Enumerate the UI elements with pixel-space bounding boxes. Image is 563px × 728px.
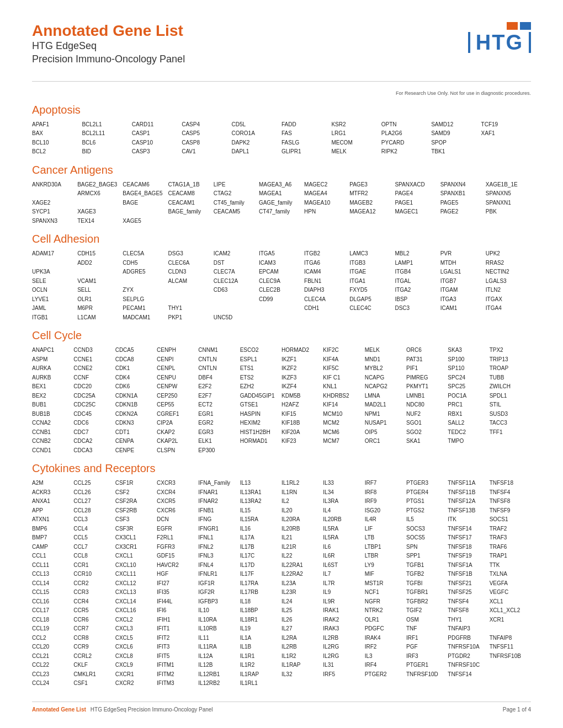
gene-cell: ORC6 [406, 346, 448, 355]
gene-cell: ITGA1 [349, 277, 395, 286]
gene-cell: CXCR3 [157, 479, 198, 488]
gene-cell: SKA1 [406, 437, 448, 446]
gene-cell: LTB [365, 533, 406, 542]
gene-cell: CCL16 [32, 597, 73, 606]
gene-cell: RIPK2 [381, 147, 431, 156]
gene-cell: PVR [440, 249, 486, 258]
gene-cell: GTSE1 [240, 400, 282, 409]
gene-cell: MELK [365, 346, 406, 355]
gene-cell: IL19 [240, 624, 282, 633]
gene-cell: CDC25C [73, 400, 115, 409]
gene-cell: RBX1 [448, 410, 489, 419]
gene-cell: DST [214, 259, 259, 267]
gene-cell: ITGAE [349, 267, 395, 276]
gene-cell: CCNB2 [32, 437, 73, 446]
gene-cell: IL2 [282, 497, 323, 506]
gene-cell: SUSD3 [490, 410, 531, 419]
gene-cell: BAGE2_BAGE3 [77, 180, 123, 189]
gene-cell: CDC45 [73, 410, 115, 419]
gene-cell: MCM10 [323, 410, 364, 419]
gene-cell: EP300 [198, 446, 240, 455]
gene-cell: SOCS1 [490, 515, 531, 524]
gene-cell: IL12B [198, 661, 240, 670]
gene-cell: KIF18B [282, 419, 323, 427]
gene-cell [259, 304, 304, 313]
gene-cell: CCR3 [73, 588, 115, 597]
gene-cell: BCL2 [32, 147, 82, 156]
gene-cell: E2F2 [198, 382, 240, 391]
gene-cell: PTGER2 [365, 670, 406, 679]
gene-cell: IL1A [240, 634, 282, 643]
gene-cell: NECTIN2 [486, 267, 531, 276]
gene-cell: IL6ST [323, 561, 364, 570]
gene-cell: TGFB2 [406, 570, 448, 579]
gene-cell: ASPM [32, 355, 73, 364]
gene-cell: IL1RL2 [282, 479, 323, 488]
gene-cell [365, 446, 406, 455]
gene-cell: ETS1 [240, 364, 282, 373]
gene-cell: ESCO2 [240, 346, 282, 355]
gene-cell: JAML [32, 304, 77, 313]
gene-cell: MAGEA3_A6 [259, 180, 304, 189]
gene-cell: CX3CL1 [115, 533, 157, 542]
gene-cell: CCL27 [73, 497, 115, 506]
gene-cell: IL22RA2 [282, 570, 323, 579]
gene-cell: TXLNA [490, 570, 531, 579]
gene-cell: IL13RA2 [240, 497, 282, 506]
gene-cell: ITGA2 [395, 286, 440, 295]
gene-cell: SGO1 [406, 419, 448, 427]
gene-cell: OCLN [32, 286, 77, 295]
gene-cell: CNTLN [198, 364, 240, 373]
gene-cell: SPANXN1 [486, 199, 531, 207]
gene-cell: ITGA6 [304, 259, 349, 267]
gene-cell: IFNL2 [198, 543, 240, 552]
gene-cell: IL5 [406, 515, 448, 524]
gene-cell: SGO2 [406, 428, 448, 437]
gene-cell: MTDH [440, 259, 486, 267]
gene-cell: CCR4 [73, 597, 115, 606]
gene-cell: GADD45GIP1 [240, 392, 282, 400]
gene-cell: XAF1 [481, 129, 531, 138]
gene-cell: IFIT5 [157, 652, 198, 661]
gene-cell: KIF C1 [323, 373, 364, 382]
gene-cell: CXCL9 [115, 661, 157, 670]
gene-cell: MAGEA12 [349, 207, 395, 216]
gene-cell: ZYX [123, 286, 168, 295]
gene-cell: CTAG2 [214, 189, 259, 198]
gene-cell: BCL6 [82, 138, 131, 147]
gene-cell [259, 313, 304, 322]
gene-cell: IL1R2 [240, 661, 282, 670]
gene-cell: ITGA4 [486, 304, 531, 313]
gene-cell: TNFSF8 [448, 606, 489, 615]
gene-cell: CLEC4A [304, 295, 349, 304]
gene-cell: UPK2 [486, 249, 531, 258]
gene-cell: DAPL1 [232, 147, 282, 156]
gene-cell: CDC25A [73, 392, 115, 400]
gene-cell: CENPH [157, 346, 198, 355]
gene-cell: TRAF3 [490, 533, 531, 542]
gene-cell: KNL1 [323, 382, 364, 391]
gene-cell: CEACAM1 [168, 199, 214, 207]
gene-cell: IFNLR1 [198, 570, 240, 579]
gene-cell: IKZF1 [282, 355, 323, 364]
gene-cell: IL7 [323, 570, 364, 579]
gene-cell: CENPI [157, 355, 198, 364]
gene-cell: IFNGR1 [198, 524, 240, 533]
gene-cell: IL22RA1 [282, 561, 323, 570]
gene-cell: CLEC5A [123, 249, 168, 258]
gene-cell: PIF1 [406, 364, 448, 373]
gene-cell: VEGFC [490, 588, 531, 597]
gene-cell: CDC6 [73, 419, 115, 427]
gene-cell: IL17A [240, 533, 282, 542]
gene-cell: EZH2 [240, 382, 282, 391]
gene-cell: CSF3 [115, 515, 157, 524]
gene-cell: CCR9 [73, 643, 115, 651]
gene-cell: CCNB1 [32, 428, 73, 437]
gene-cell: ECT2 [198, 400, 240, 409]
gene-cell: XAGE2 [32, 199, 77, 207]
gene-cell: THY1 [448, 615, 489, 624]
gene-cell: TNFSF18 [448, 543, 489, 552]
gene-cell: IL15 [240, 506, 282, 515]
gene-cell [490, 670, 531, 679]
gene-cell: SAMD9 [431, 129, 481, 138]
